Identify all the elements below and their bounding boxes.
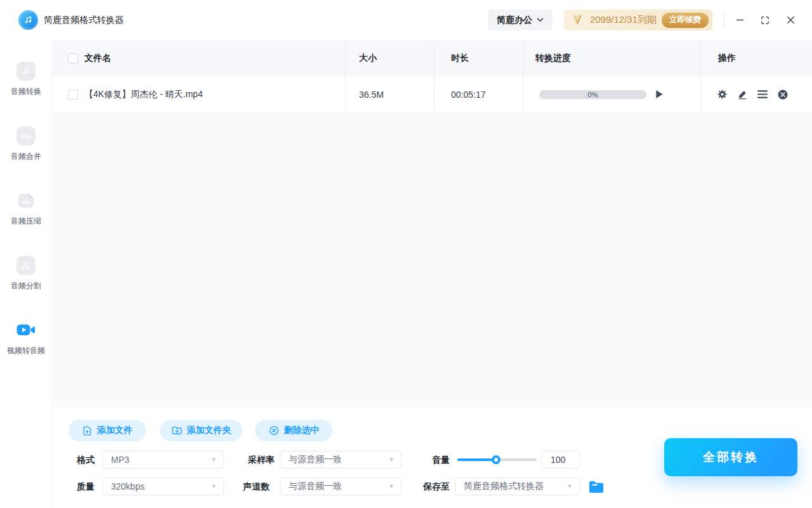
chevron-down-icon [537, 18, 544, 22]
sidebar-item-audio-compress[interactable]: 音频压缩 [0, 191, 52, 227]
scissors-icon [16, 256, 36, 275]
pencil-icon [737, 89, 748, 100]
column-divider [434, 40, 435, 77]
column-divider [434, 77, 435, 112]
minimize-button[interactable] [728, 9, 751, 32]
row-filename: 【4K修复】周杰伦 - 晴天.mp4 [84, 89, 203, 100]
row-menu-button[interactable] [757, 89, 768, 100]
dropdown-arrow-icon: ▼ [388, 483, 395, 490]
bottom-panel: 添加文件 添加文件夹 删除选中 格式 MP3 ▼ 采样率 与源音频一致 ▼ [53, 407, 812, 508]
dropdown-arrow-icon: ▼ [211, 483, 217, 490]
volume-input[interactable] [542, 451, 580, 469]
sidebar-item-label: 音频分割 [11, 281, 41, 291]
minimize-icon [735, 15, 745, 25]
app-logo-icon [18, 10, 38, 30]
dropdown-arrow-icon: ▼ [566, 483, 573, 490]
dropdown-arrow-icon: ▼ [211, 457, 217, 463]
merge-arrows-icon [16, 126, 36, 145]
column-divider [523, 77, 523, 112]
sidebar-item-audio-convert[interactable]: 音频转换 [0, 62, 52, 97]
sidebar-item-label: 音频转换 [11, 86, 41, 97]
column-divider [345, 77, 346, 112]
add-file-label: 添加文件 [97, 425, 133, 436]
sidebar-item-video-to-audio[interactable]: 视频转音频 [0, 321, 52, 356]
close-icon [786, 15, 796, 25]
format-select[interactable]: MP3 ▼ [102, 451, 224, 469]
play-button[interactable] [653, 88, 665, 101]
open-folder-button[interactable] [588, 479, 605, 494]
row-duration: 00:05:17 [451, 90, 486, 100]
add-folder-label: 添加文件夹 [187, 425, 232, 436]
sidebar-item-label: 音频合并 [11, 151, 41, 162]
header-progress: 转换进度 [535, 53, 571, 64]
app-brand: 简鹿音频格式转换器 [18, 10, 124, 30]
empty-list-area [53, 112, 812, 407]
video-camera-icon [16, 321, 36, 340]
column-divider [700, 77, 701, 112]
app-title: 简鹿音频格式转换器 [44, 15, 124, 26]
add-folder-icon [171, 425, 183, 436]
volume-slider-fill [457, 458, 496, 461]
delete-circle-icon [268, 425, 280, 436]
workspace-dropdown-button[interactable]: 简鹿办公 [488, 10, 553, 30]
quality-label: 质量 [77, 478, 95, 495]
column-divider [700, 40, 701, 77]
maximize-button[interactable] [754, 9, 776, 32]
music-note-icon [16, 62, 36, 81]
volume-slider-handle[interactable] [492, 455, 501, 464]
channels-value: 与源音频一致 [289, 481, 342, 492]
volume-label: 音量 [432, 451, 450, 469]
progress-label: 0% [539, 90, 646, 99]
vip-expiry-text: 2099/12/31到期 [590, 14, 657, 26]
add-file-icon [82, 425, 93, 436]
sidebar-item-audio-merge[interactable]: 音频合并 [0, 126, 52, 162]
title-bar: 简鹿音频格式转换器 简鹿办公 2099/12/31到期 立即续费 [0, 0, 812, 40]
table-header: 文件名 大小 时长 转换进度 操作 [53, 40, 812, 77]
column-divider [523, 40, 523, 77]
row-edit-button[interactable] [737, 89, 748, 100]
row-remove-button[interactable] [777, 89, 789, 100]
row-settings-button[interactable] [716, 89, 728, 100]
sidebar: 音频转换 音频合并 音频压缩 音频分割 [0, 40, 53, 508]
header-duration: 时长 [451, 53, 469, 64]
save-to-select[interactable]: 简鹿音频格式转换器 ▼ [455, 478, 580, 495]
header-actions: 操作 [718, 53, 736, 64]
row-checkbox[interactable] [68, 90, 78, 100]
close-circle-icon [778, 90, 788, 100]
add-file-button[interactable]: 添加文件 [69, 420, 146, 441]
maximize-icon [761, 16, 769, 25]
vip-badge-icon [570, 13, 585, 27]
delete-selected-button[interactable]: 删除选中 [255, 420, 332, 441]
format-label: 格式 [77, 451, 95, 469]
row-size: 36.5M [359, 90, 384, 100]
save-to-label: 保存至 [423, 478, 450, 495]
table-row[interactable]: 【4K修复】周杰伦 - 晴天.mp4 36.5M 00:05:17 0% [53, 77, 812, 112]
header-size: 大小 [359, 53, 377, 64]
sample-rate-select[interactable]: 与源音频一致 ▼ [280, 451, 402, 469]
progress-bar: 0% [539, 90, 646, 99]
convert-all-button[interactable]: 全部转换 [664, 438, 797, 476]
channels-select[interactable]: 与源音频一致 ▼ [280, 478, 402, 495]
quality-value: 320kbps [111, 481, 145, 491]
compress-file-icon [16, 191, 36, 210]
main-area: 文件名 大小 时长 转换进度 操作 【4K修复】周杰伦 - 晴天.mp4 36.… [53, 40, 812, 508]
vip-banner[interactable]: 2099/12/31到期 立即续费 [564, 10, 712, 30]
close-button[interactable] [779, 9, 802, 32]
sample-rate-value: 与源音频一致 [289, 454, 342, 465]
sidebar-item-audio-split[interactable]: 音频分割 [0, 256, 52, 291]
column-divider [345, 40, 346, 77]
header-filename: 文件名 [84, 53, 111, 64]
folder-icon [589, 480, 604, 493]
add-folder-button[interactable]: 添加文件夹 [160, 420, 242, 441]
menu-icon [757, 90, 768, 98]
channels-label: 声道数 [243, 478, 270, 495]
volume-slider[interactable] [457, 458, 537, 461]
play-icon [655, 90, 664, 99]
sidebar-item-label: 视频转音频 [7, 345, 45, 356]
dropdown-arrow-icon: ▼ [388, 457, 395, 463]
gear-icon [717, 89, 728, 100]
sample-rate-label: 采样率 [248, 451, 275, 469]
renew-now-button[interactable]: 立即续费 [662, 13, 709, 28]
select-all-checkbox[interactable] [68, 53, 78, 64]
quality-select[interactable]: 320kbps ▼ [102, 478, 224, 495]
